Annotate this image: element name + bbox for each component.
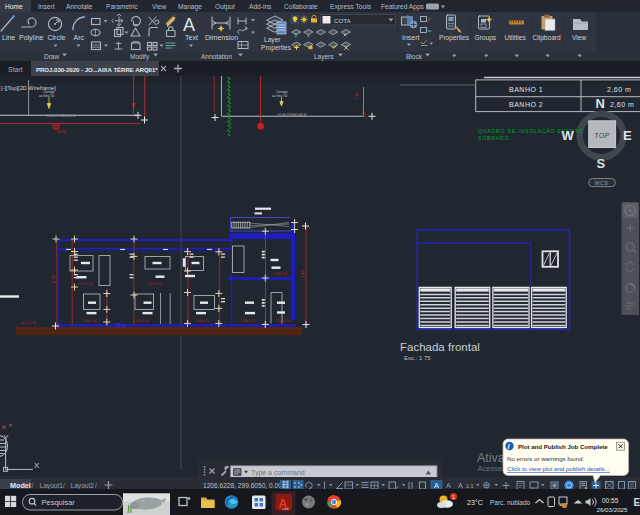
svg-text:Fachada frontal: Fachada frontal <box>400 341 480 353</box>
svg-text:Properties: Properties <box>439 34 470 42</box>
svg-text:3.48: 3.48 <box>300 269 305 278</box>
svg-text:Annotate: Annotate <box>66 3 93 10</box>
svg-text:ao leito Tal: ao leito Tal <box>39 94 54 98</box>
svg-text:W: W <box>562 128 575 143</box>
svg-text:24 19: 24 19 <box>302 226 310 230</box>
svg-text:1.50x2.10: 1.50x2.10 <box>78 282 93 286</box>
svg-text:Circle: Circle <box>48 34 66 41</box>
svg-text:No errors or warnings found: No errors or warnings found <box>507 454 583 461</box>
svg-text:23°C: 23°C <box>467 498 483 507</box>
svg-text:Pesquisar: Pesquisar <box>42 498 76 507</box>
svg-text:Polyline: Polyline <box>19 34 44 42</box>
svg-text:10.00: 10.00 <box>57 130 66 134</box>
svg-text:E: E <box>623 128 632 143</box>
svg-text:Arc: Arc <box>74 34 85 41</box>
svg-text:Esc.: 1 75: Esc.: 1 75 <box>404 355 431 361</box>
svg-text:TOP: TOP <box>595 132 610 139</box>
svg-text:2,60 m: 2,60 m <box>610 101 634 108</box>
svg-text:Y: Y <box>3 433 9 442</box>
svg-text:Parc. nublado: Parc. nublado <box>490 499 530 506</box>
svg-text:WCS: WCS <box>595 180 609 186</box>
svg-text:Add-ins: Add-ins <box>249 3 272 10</box>
svg-text:Groups: Groups <box>475 34 497 42</box>
svg-text:GUIA REBAIXADA: GUIA REBAIXADA <box>277 113 307 117</box>
svg-text:Line: Line <box>2 34 15 41</box>
svg-text:BANHO 1: BANHO 1 <box>509 86 543 93</box>
svg-text:ao leito Tal: ao leito Tal <box>272 94 287 98</box>
svg-text:26/03/2025: 26/03/2025 <box>597 506 629 513</box>
svg-text:4.70: 4.70 <box>51 274 56 283</box>
svg-text:1.50x2.10: 1.50x2.10 <box>240 319 255 323</box>
svg-text:Collaborate: Collaborate <box>284 3 318 10</box>
svg-text:BANHO 2: BANHO 2 <box>509 101 543 108</box>
svg-text:00:55: 00:55 <box>602 497 619 504</box>
svg-text:1:1: 1:1 <box>466 483 474 489</box>
svg-text:cad: cad <box>282 506 288 511</box>
svg-text:1.50x2.10: 1.50x2.10 <box>195 319 210 323</box>
svg-text:Modify: Modify <box>130 53 150 61</box>
svg-text:Express Tools: Express Tools <box>330 3 372 11</box>
svg-text:PROJ.030-2020 - JO...AIXA TÉRR: PROJ.030-2020 - JO...AIXA TÉRRE ARQ01* <box>36 66 158 73</box>
svg-text:GUIA REBAIXADA: GUIA REBAIXADA <box>46 114 76 118</box>
svg-text:Home: Home <box>5 3 23 10</box>
svg-text:1.50x2.10: 1.50x2.10 <box>134 319 149 323</box>
svg-text:Utilities: Utilities <box>505 34 527 41</box>
svg-text:Start: Start <box>8 66 23 73</box>
svg-text:Featured Apps: Featured Apps <box>381 3 425 11</box>
svg-text:Insert: Insert <box>402 34 420 41</box>
svg-text:View: View <box>152 3 166 10</box>
svg-text:1.50x2.10: 1.50x2.10 <box>147 282 162 286</box>
svg-text:1: 1 <box>452 494 455 500</box>
svg-text:N: N <box>596 96 605 111</box>
svg-text:Parametric: Parametric <box>106 3 139 10</box>
svg-text:1.50x2.10: 1.50x2.10 <box>82 319 97 323</box>
svg-text:/: / <box>32 482 34 489</box>
svg-text:Type a command: Type a command <box>251 469 305 477</box>
svg-text:-: - <box>615 129 617 135</box>
svg-text:/: / <box>95 482 97 489</box>
svg-text:Layers: Layers <box>314 53 334 61</box>
svg-text:Manage: Manage <box>178 3 202 11</box>
svg-text:1.20x2.10: 1.20x2.10 <box>272 272 287 276</box>
svg-text:/: / <box>63 482 65 489</box>
svg-text:Dimension: Dimension <box>205 34 238 41</box>
svg-text:Text: Text <box>185 34 198 41</box>
svg-text:Draw: Draw <box>44 53 59 60</box>
svg-text:1.50: 1.50 <box>355 93 359 99</box>
svg-text:1206.6228, 299.6050, 0.0000: 1206.6228, 299.6050, 0.0000 <box>203 482 289 489</box>
svg-text:Annotation: Annotation <box>201 53 232 60</box>
svg-text:View: View <box>572 34 586 41</box>
svg-text:1.50x2.10: 1.50x2.10 <box>276 319 291 323</box>
svg-text:Plot and Publish Job Complete: Plot and Publish Job Complete <box>518 442 608 449</box>
svg-text:S: S <box>597 156 606 171</box>
svg-text:Clipboard: Clipboard <box>533 34 562 42</box>
svg-text:Output: Output <box>215 3 235 11</box>
svg-text:SOBRADO: SOBRADO <box>478 135 509 141</box>
svg-text:COTA: COTA <box>334 17 352 24</box>
svg-text:Click to view plot and publish: Click to view plot and publish details..… <box>507 465 610 472</box>
svg-text:+0.15 x.10: +0.15 x.10 <box>20 321 36 325</box>
svg-text:Insert: Insert <box>38 3 55 10</box>
svg-text:Block: Block <box>406 53 423 60</box>
svg-text:Properties: Properties <box>261 44 292 52</box>
svg-text:X: X <box>34 461 40 470</box>
svg-text:A: A <box>183 15 195 35</box>
svg-text:2,60 m: 2,60 m <box>607 86 631 93</box>
svg-text:E: E <box>634 497 640 508</box>
